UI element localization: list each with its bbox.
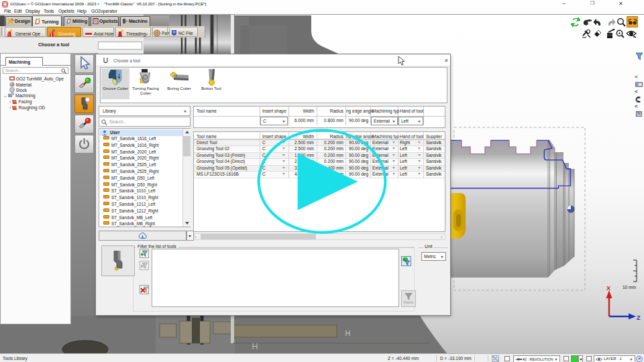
svg-text:X: X bbox=[606, 285, 610, 292]
svg-text:Z: Z bbox=[637, 314, 641, 321]
svg-text:10 mm: 10 mm bbox=[623, 285, 636, 290]
